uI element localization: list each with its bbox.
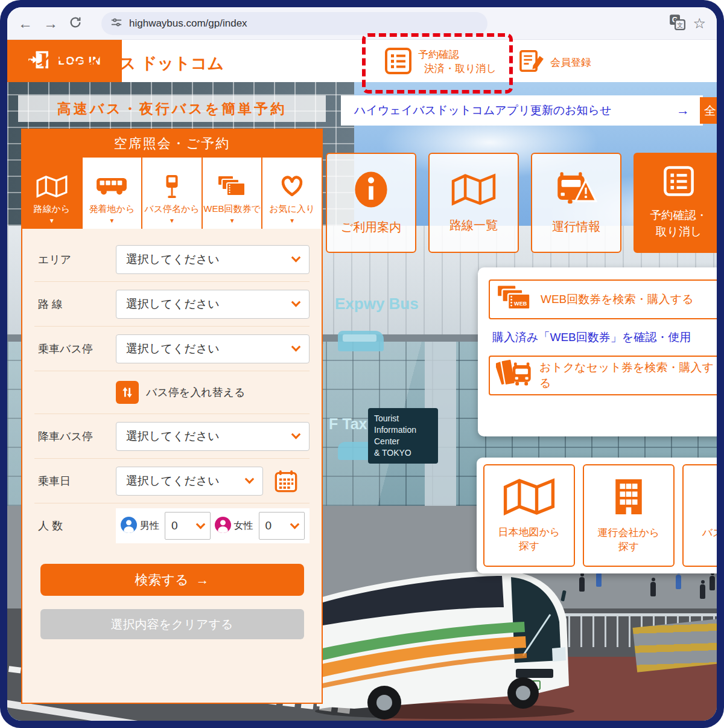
chevron-down-icon (290, 519, 299, 529)
male-group: 男性 0 (121, 512, 211, 540)
reservation-cancel-card[interactable]: 予約確認・取り消し (634, 153, 717, 253)
expwy-bus-sign: Expwy Bus (335, 295, 419, 313)
tab-by-busstop-name[interactable]: バス停名から ▼ (141, 158, 202, 229)
highway-bus-illustration (312, 559, 595, 721)
booking-form: エリア 選択してください 路 線 選択してください (22, 229, 322, 639)
bus-warning-icon (555, 171, 597, 210)
set-ticket-buy-button[interactable]: おトクなセット券を検索・購入する (489, 356, 717, 395)
screenshot-frame: ← → highwaybus.com/gp/index G文 ☆ highwa (0, 0, 724, 728)
male-label: 男性 (140, 520, 159, 532)
set-ticket-bus-icon (496, 358, 532, 394)
tab-by-area[interactable]: 発着地から ▼ (81, 158, 142, 229)
web-ticket-confirm-link[interactable]: 購入済み「WEB回数券」を確認・使用 (492, 330, 717, 345)
heart-icon (279, 173, 305, 200)
map-icon (36, 173, 68, 200)
route-select[interactable]: 選択してください (116, 290, 310, 319)
search-by-company-card[interactable]: 運行会社から探す (583, 464, 675, 567)
tab-by-route[interactable]: 路線から ▼ (22, 158, 81, 229)
pedestrian (700, 584, 705, 599)
bus-stop-icon (716, 477, 717, 519)
logo-title: ハイウェイバス ドットコム (19, 53, 224, 74)
ride-date-row: 乗車日 選択してください (34, 459, 310, 503)
arrow-right-icon: → (196, 572, 209, 588)
female-group: 女性 0 (215, 512, 305, 540)
area-row: エリア 選択してください (34, 237, 310, 282)
passengers-label: 人 数 (34, 519, 116, 533)
browser-toolbar: ← → highwaybus.com/gp/index G文 ☆ (7, 7, 717, 40)
toolbar-right: G文 ☆ (669, 14, 706, 33)
chevron-down-icon (291, 342, 301, 352)
area-select[interactable]: 選択してください (116, 245, 310, 274)
alighting-stop-row: 降車バス停 選択してください (34, 414, 310, 459)
register-label: 会員登録 (550, 56, 591, 69)
url-text: highwaybus.com/gp/index (129, 18, 247, 30)
search-by-map-card[interactable]: 日本地図から探す (483, 464, 575, 567)
chevron-down-icon (291, 430, 301, 439)
clear-button[interactable]: 選択内容をクリアする (40, 609, 304, 639)
reservation-list-icon (663, 165, 694, 199)
site-logo[interactable]: highwaybus.com ハイウェイバス ドットコム (19, 45, 224, 74)
area-label: エリア (34, 252, 116, 267)
bus-icon (96, 173, 127, 200)
tagline-banner: 高速バス・夜行バスを簡単予約 (18, 95, 326, 122)
chevron-down-icon (245, 474, 255, 484)
tab-by-web-ticket[interactable]: WEB回数券で ▼ (202, 158, 262, 229)
member-register-button[interactable]: 会員登録 (519, 49, 591, 75)
alighting-stop-select[interactable]: 選択してください (116, 422, 310, 451)
taxi-sign: F Taxi (329, 415, 371, 433)
quick-link-cards: ご利用案内 路線一覧 運行情報 (326, 153, 717, 253)
guide-card[interactable]: ご利用案内 (326, 153, 416, 253)
tourist-information-sign: TouristInformationCenter& TOKYO (368, 408, 438, 464)
swap-stops-row: バス停を入れ替える (34, 371, 310, 414)
route-label: 路 線 (34, 297, 116, 311)
web-tickets-icon: WEB (496, 284, 533, 315)
pedestrian (596, 572, 602, 587)
route-list-card[interactable]: 路線一覧 (428, 153, 519, 253)
search-by-busstop-card[interactable]: バス停から探す (682, 464, 717, 567)
pedestrian (650, 582, 656, 596)
register-pencil-icon (519, 49, 544, 75)
page-body: Expwy Bus F Taxi TouristInformationCente… (7, 82, 717, 721)
panel-title: 空席照会・ご予約 (22, 130, 322, 158)
swap-stops-button[interactable] (116, 381, 139, 404)
chevron-down-icon (291, 253, 301, 263)
news-arrow-icon: → (676, 103, 690, 118)
reservation-list-icon (384, 47, 412, 77)
female-person-icon (215, 517, 231, 535)
female-count-select[interactable]: 0 (259, 512, 305, 540)
web-ticket-card: WEB WEB回数券を検索・購入する 購入済み「WEB回数券」を確認・使用 おト… (478, 267, 717, 436)
passengers-row: 人 数 男性 0 (34, 503, 310, 548)
bookmark-star-icon[interactable]: ☆ (693, 15, 706, 32)
calendar-button[interactable] (274, 469, 298, 493)
boarding-stop-select[interactable]: 選択してください (116, 334, 310, 363)
female-label: 女性 (234, 520, 253, 532)
bus-stop-icon (164, 173, 180, 200)
reservation-confirm-button[interactable]: 予約確認 決済・取り消し (384, 47, 497, 77)
ride-date-select[interactable]: 選択してください (116, 467, 263, 496)
tickets-icon (217, 173, 247, 200)
booking-panel: 空席照会・ご予約 路線から ▼ 発着地から ▼ (21, 129, 323, 704)
reload-icon[interactable] (69, 16, 82, 31)
site-header: highwaybus.com ハイウェイバス ドットコム 予約確認 決済・取り消… (7, 40, 717, 82)
web-badge: WEB (514, 301, 527, 307)
web-ticket-buy-button[interactable]: WEB WEB回数券を検索・購入する (489, 279, 717, 319)
news-link[interactable]: ハイウェイバスドットコムアプリ更新のお知らせ (354, 103, 611, 118)
search-tabs: 路線から ▼ 発着地から ▼ バス停名から (22, 158, 322, 229)
site-settings-icon[interactable] (111, 17, 122, 30)
building-icon (611, 477, 646, 519)
news-banner[interactable]: ハイウェイバスドットコムアプリ更新のお知らせ → (341, 95, 703, 126)
tab-favorites[interactable]: お気に入り ▼ (261, 158, 322, 229)
chevron-down-icon (196, 519, 206, 529)
search-button[interactable]: 検索する → (40, 564, 304, 596)
back-icon[interactable]: ← (18, 16, 33, 31)
swap-stops-label: バス停を入れ替える (146, 385, 246, 400)
male-count-select[interactable]: 0 (165, 512, 211, 540)
translate-icon[interactable]: G文 (669, 14, 685, 33)
alighting-stop-label: 降車バス停 (34, 429, 116, 444)
address-bar[interactable]: highwaybus.com/gp/index (101, 12, 487, 35)
logo-domain: highwaybus.com (19, 45, 224, 52)
news-more-button[interactable]: 全 (700, 97, 717, 124)
forward-icon[interactable]: → (43, 16, 58, 31)
info-icon (354, 171, 388, 211)
service-status-card[interactable]: 運行情報 (531, 153, 621, 253)
